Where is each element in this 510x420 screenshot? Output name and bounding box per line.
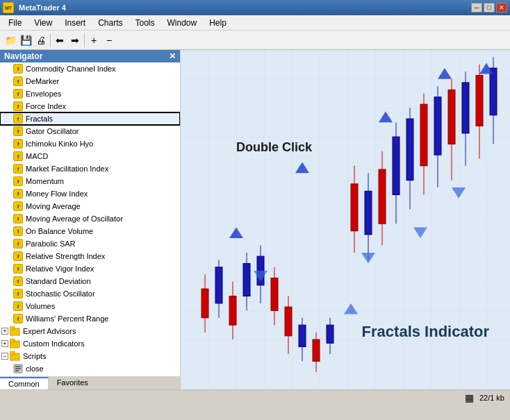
svg-rect-29	[285, 307, 292, 336]
nav-item-moneyflow[interactable]: f Money Flow Index	[0, 187, 180, 200]
svg-rect-35	[327, 325, 334, 343]
svg-rect-47	[420, 104, 427, 166]
nav-label-mao: Moving Average of Oscillator	[26, 215, 123, 223]
menu-view[interactable]: View	[28, 17, 58, 29]
nav-item-envelopes[interactable]: f Envelopes	[0, 87, 180, 100]
toolbar: 📁 💾 🖨 ⬅ ➡ + −	[0, 31, 510, 50]
nav-item-gator[interactable]: f Gator Oscillator	[0, 125, 180, 137]
nav-item-williams[interactable]: f Williams' Percent Range	[0, 312, 180, 325]
menu-window[interactable]: Window	[162, 17, 203, 29]
svg-rect-8	[15, 368, 21, 369]
nav-item-mao[interactable]: f Moving Average of Oscillator	[0, 212, 180, 225]
nav-item-demarker[interactable]: f DeMarker	[0, 75, 180, 87]
nav-item-volumes[interactable]: f Volumes	[0, 300, 180, 312]
nav-label-fractals: Fractals	[26, 115, 53, 123]
nav-item-momentum[interactable]: f Momentum	[0, 175, 180, 187]
status-info: 22/1 kb	[479, 394, 504, 402]
svg-rect-15	[181, 50, 510, 389]
svg-rect-7	[15, 366, 21, 367]
chart-svg	[181, 50, 510, 389]
nav-item-scripts[interactable]: − Scripts	[0, 350, 180, 362]
navigator-tabs: Common Favorites	[0, 376, 180, 389]
svg-rect-49	[434, 97, 441, 155]
tab-favorites[interactable]: Favorites	[49, 377, 97, 389]
nav-item-stoch[interactable]: f Stochastic Oscillator	[0, 287, 180, 300]
nav-label-parabolic: Parabolic SAR	[26, 240, 76, 248]
nav-item-commodity[interactable]: f Commodity Channel Index	[0, 62, 180, 75]
nav-label-moneyflow: Money Flow Index	[26, 190, 88, 198]
nav-label-momentum: Momentum	[26, 177, 64, 185]
toolbar-btn-4[interactable]: ⬅	[52, 33, 67, 48]
navigator-body[interactable]: f Commodity Channel Index f DeMarker f E…	[0, 62, 180, 376]
nav-label-custom: Custom Indicators	[23, 339, 85, 348]
nav-item-custom-indicators[interactable]: + Custom Indicators	[0, 337, 180, 350]
menu-insert[interactable]: Insert	[59, 17, 91, 29]
menu-charts[interactable]: Charts	[92, 17, 128, 29]
svg-rect-9	[15, 370, 19, 371]
nav-item-parabolic[interactable]: f Parabolic SAR	[0, 237, 180, 250]
svg-rect-43	[393, 137, 400, 194]
svg-rect-19	[215, 267, 222, 303]
menu-help[interactable]: Help	[204, 17, 232, 29]
expand-expert-icon[interactable]: +	[1, 328, 8, 335]
svg-rect-33	[313, 339, 320, 361]
svg-rect-27	[271, 278, 278, 310]
toolbar-btn-5[interactable]: ➡	[67, 33, 83, 48]
nav-label-ma: Moving Average	[26, 202, 81, 210]
nav-item-macd[interactable]: f MACD	[0, 150, 180, 162]
nav-item-mfi[interactable]: f Market Facilitation Index	[0, 162, 180, 175]
nav-label-obv: On Balance Volume	[26, 227, 93, 235]
nav-item-fractals[interactable]: f Fractals	[0, 112, 180, 125]
nav-label-gator: Gator Oscillator	[26, 127, 79, 135]
nav-item-rsi[interactable]: f Relative Strength Index	[0, 250, 180, 262]
toolbar-btn-2[interactable]: 💾	[18, 33, 33, 48]
expand-custom-icon[interactable]: +	[1, 340, 8, 347]
svg-rect-51	[448, 90, 455, 144]
nav-label-ichimoku: Ichimoku Kinko Hyo	[26, 140, 93, 148]
title-bar-controls: ─ □ ✕	[471, 3, 507, 12]
svg-rect-57	[490, 68, 497, 115]
svg-rect-1	[10, 326, 15, 330]
tab-common[interactable]: Common	[0, 377, 49, 389]
nav-item-close[interactable]: close	[0, 362, 180, 375]
chart-area[interactable]: Double Click Fractals Indicator	[181, 50, 510, 389]
nav-item-rvi[interactable]: f Relative Vigor Index	[0, 262, 180, 275]
nav-label-envelopes: Envelopes	[26, 90, 61, 98]
menu-bar: File View Insert Charts Tools Window Hel…	[0, 15, 510, 31]
nav-label-scripts: Scripts	[23, 352, 47, 360]
nav-label-demarker: DeMarker	[26, 77, 59, 85]
title-bar-title: MetaTrader 4	[19, 3, 66, 12]
close-button[interactable]: ✕	[496, 3, 507, 12]
navigator-close-btn[interactable]: ✕	[169, 51, 176, 61]
nav-item-force[interactable]: f Force Index	[0, 100, 180, 112]
svg-rect-5	[10, 351, 15, 355]
toolbar-btn-1[interactable]: 📁	[3, 33, 18, 48]
maximize-button[interactable]: □	[484, 3, 495, 12]
nav-item-stddev[interactable]: f Standard Deviation	[0, 275, 180, 287]
menu-file[interactable]: File	[3, 17, 27, 29]
svg-rect-37	[351, 184, 358, 231]
nav-label-commodity: Commodity Channel Index	[26, 65, 116, 73]
svg-rect-53	[462, 83, 469, 133]
nav-item-obv[interactable]: f On Balance Volume	[0, 225, 180, 237]
expand-scripts-icon[interactable]: −	[1, 353, 8, 360]
svg-rect-39	[365, 191, 372, 235]
title-bar: MT MetaTrader 4 ─ □ ✕	[0, 0, 510, 15]
svg-rect-17	[201, 289, 208, 318]
nav-item-ichimoku[interactable]: f Ichimoku Kinko Hyo	[0, 137, 180, 150]
svg-rect-41	[379, 169, 386, 224]
svg-rect-3	[10, 339, 15, 342]
nav-label-macd: MACD	[26, 152, 48, 160]
chart-icon: ▦	[465, 392, 474, 403]
minimize-button[interactable]: ─	[471, 3, 482, 12]
toolbar-btn-6[interactable]: +	[86, 33, 101, 48]
status-bar: ▦ 22/1 kb	[0, 389, 510, 405]
nav-label-stoch: Stochastic Oscillator	[26, 289, 95, 298]
menu-tools[interactable]: Tools	[130, 17, 161, 29]
nav-item-ma[interactable]: f Moving Average	[0, 200, 180, 212]
navigator-title: Navigator	[4, 51, 42, 61]
nav-item-expert-advisors[interactable]: + Expert Advisors	[0, 325, 180, 337]
toolbar-btn-3[interactable]: 🖨	[33, 33, 49, 48]
nav-label-expert: Expert Advisors	[23, 327, 76, 335]
toolbar-btn-7[interactable]: −	[101, 33, 117, 48]
